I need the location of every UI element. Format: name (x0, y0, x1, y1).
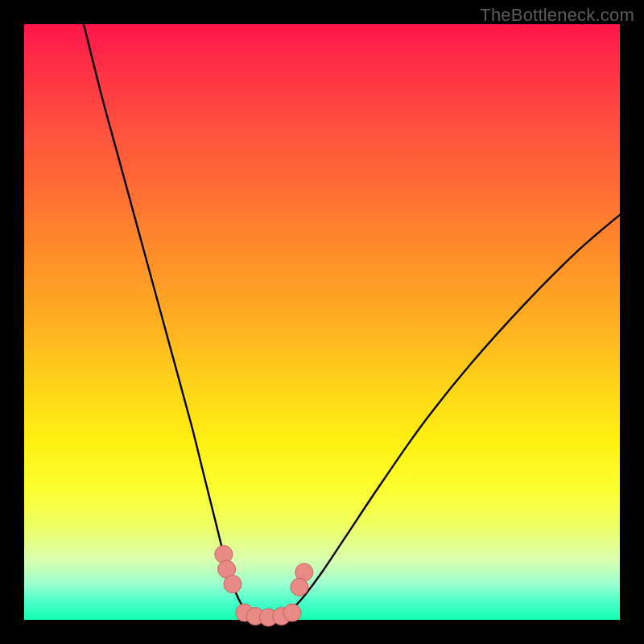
marker-floor-e (283, 604, 301, 621)
series-right-branch (287, 215, 620, 616)
watermark-label: TheBottleneck.com (480, 5, 634, 26)
marker-left-cluster-low (224, 576, 242, 593)
marker-right-cluster-low (291, 578, 308, 596)
plot-area (24, 24, 620, 620)
chart-frame: TheBottleneck.com (0, 0, 644, 644)
chart-svg (24, 24, 620, 620)
series-left-branch (84, 24, 250, 616)
